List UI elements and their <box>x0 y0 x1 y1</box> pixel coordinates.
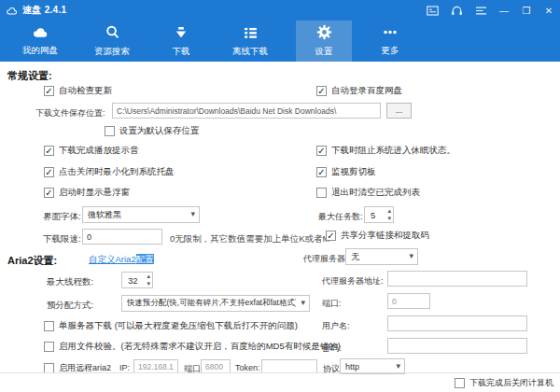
prealloc-label: 预分配方式: <box>47 300 93 312</box>
proxy-server-label: 代理服务器: <box>303 253 348 265</box>
checkbox-icon: ✓ <box>44 86 54 96</box>
auto-login-checkbox[interactable]: ✓ 自动登录百度网盘 <box>316 85 402 97</box>
tab-my-netdisk[interactable]: 我的网盘 <box>7 21 73 62</box>
tab-more[interactable]: 更多 <box>360 21 420 62</box>
max-tasks-spinner[interactable]: 5 ▴▾ <box>364 206 394 223</box>
minimize-button[interactable]: — <box>493 0 515 21</box>
remote-port-input[interactable] <box>201 359 231 373</box>
main-nav: 我的网盘 资源搜索 下载 离线下载 <box>0 21 560 62</box>
ui-font-select[interactable]: 微软雅黑 ▾ <box>82 206 200 223</box>
link-text: 自定义Aria2 <box>89 254 136 264</box>
checkbox-icon: ✓ <box>316 167 327 177</box>
ellipsis-icon <box>382 25 399 43</box>
remote-ip-label: IP: <box>119 363 130 372</box>
checkbox-label: 启用文件校验。(若无特殊需求不建议开启，百度给的MD5有时候是错的) <box>59 341 341 353</box>
speed-limit-label: 下载限速: <box>43 233 81 245</box>
proxy-port-label: 端口: <box>322 298 342 310</box>
app-logo-cloud-icon <box>6 6 18 16</box>
proxy-password-label: 密码: <box>322 343 342 355</box>
select-value: http <box>345 362 359 371</box>
select-value: 微软雅黑 <box>88 209 121 221</box>
cloud-icon <box>30 25 50 43</box>
checkbox-label: 自动检查更新 <box>59 85 112 97</box>
titlebar: 速盘 2.4.1 — ❐ ✕ <box>0 0 560 21</box>
remote-ip-input[interactable] <box>133 359 178 373</box>
browse-button[interactable]: ... <box>386 103 412 119</box>
checkbox-label: 下载时阻止系统进入休眠状态。 <box>331 145 455 157</box>
tab-label: 更多 <box>382 45 399 57</box>
checkbox-label: 退出时清空已完成列表 <box>331 187 420 199</box>
remote-token-input[interactable] <box>261 359 317 373</box>
speed-limit-input[interactable] <box>82 229 162 245</box>
proxy-username-input[interactable] <box>387 315 527 331</box>
shutdown-after-download-checkbox[interactable]: 下载完成后关闭计算机 <box>455 377 553 389</box>
customize-aria2-link[interactable]: 自定义Aria2配置 <box>89 254 154 266</box>
single-server-checkbox[interactable]: 单服务器下载 (可以最大程度避免压缩包下载后打不开的问题) <box>44 320 298 332</box>
max-threads-label: 最大线程数: <box>47 276 93 288</box>
checkbox-icon: ✓ <box>44 146 54 156</box>
general-settings-heading: 常规设置: <box>7 69 52 83</box>
play-sound-checkbox[interactable]: ✓ 下载完成播放提示音 <box>44 145 139 157</box>
checkbox-icon: ✓ <box>44 167 54 177</box>
proxy-server-select[interactable]: 无 ▾ <box>345 248 418 265</box>
app-window: 速盘 2.4.1 — ❐ ✕ <box>0 0 560 392</box>
checkbox-icon <box>105 126 115 136</box>
share-links-checkbox[interactable]: ✓ 共享分享链接和提取码 <box>326 230 429 242</box>
proxy-port-input[interactable] <box>387 293 430 309</box>
window-title: 速盘 2.4.1 <box>22 4 66 17</box>
checkbox-label: 点击关闭时最小化到系统托盘 <box>59 166 175 178</box>
close-button[interactable]: ✕ <box>538 0 560 21</box>
checkbox-icon <box>44 342 54 352</box>
chevron-down-icon: ▾ <box>301 298 305 307</box>
aria2-settings-heading: Aria2设置: <box>7 254 57 268</box>
link-text-highlight: 配置 <box>136 254 154 264</box>
ui-font-label: 界面字体: <box>43 211 81 223</box>
spinner-down-icon[interactable]: ▾ <box>147 280 150 287</box>
qr-code-icon[interactable] <box>420 0 444 21</box>
auto-update-checkbox[interactable]: ✓ 自动检查更新 <box>44 85 112 97</box>
checkbox-icon: ✓ <box>326 231 336 241</box>
save-path-input[interactable] <box>112 103 381 119</box>
default-location-checkbox[interactable]: 设置为默认保存位置 <box>105 125 200 137</box>
checkbox-icon: ✓ <box>316 86 327 96</box>
max-threads-spinner[interactable]: 32 ▴▾ <box>121 272 153 288</box>
list-icon <box>243 25 259 44</box>
tab-label: 下载 <box>173 46 190 58</box>
watch-clipboard-checkbox[interactable]: ✓ 监视剪切板 <box>316 166 376 178</box>
footer-divider <box>0 372 560 373</box>
proxy-password-input[interactable] <box>387 338 527 354</box>
clear-on-exit-checkbox[interactable]: 退出时清空已完成列表 <box>316 187 420 199</box>
tab-label: 设置 <box>315 46 333 58</box>
checkbox-label: 监视剪切板 <box>331 166 376 178</box>
chevron-down-icon: ▾ <box>409 251 413 260</box>
tab-resource-search[interactable]: 资源搜索 <box>79 21 145 62</box>
task-list-icon[interactable] <box>469 0 493 21</box>
show-float-checkbox[interactable]: ✓ 启动时显示悬浮窗 <box>44 187 130 199</box>
tab-label: 资源搜索 <box>94 46 130 58</box>
checkbox-icon: ✓ <box>44 188 54 198</box>
minimize-tray-checkbox[interactable]: ✓ 点击关闭时最小化到系统托盘 <box>44 166 175 178</box>
checkbox-label: 共享分享链接和提取码 <box>341 230 429 242</box>
max-tasks-label: 最大任务数: <box>318 211 363 223</box>
file-verify-checkbox[interactable]: 启用文件校验。(若无特殊需求不建议开启，百度给的MD5有时候是错的) <box>44 341 341 353</box>
spinner-down-icon[interactable]: ▾ <box>387 215 391 222</box>
gear-icon <box>316 24 332 44</box>
headset-icon[interactable] <box>444 0 469 21</box>
prevent-sleep-checkbox[interactable]: ✓ 下载时阻止系统进入休眠状态。 <box>316 145 455 157</box>
prealloc-select[interactable]: 快速预分配(快,可能有碎片,不支持exfat和fat格式) ▾ <box>121 295 310 312</box>
checkbox-icon <box>44 321 54 331</box>
tab-settings[interactable]: 设置 <box>296 21 352 62</box>
save-path-label: 下载文件保存位置: <box>35 107 105 119</box>
proxy-address-label: 代理服务器地址: <box>322 275 384 287</box>
chevron-down-icon: ▾ <box>190 209 195 218</box>
maximize-button[interactable]: ❐ <box>515 0 538 21</box>
spinner-up-icon[interactable]: ▴ <box>387 207 391 215</box>
checkbox-label: 下载完成播放提示音 <box>59 145 139 157</box>
tab-download[interactable]: 下载 <box>149 21 213 62</box>
chevron-down-icon: ▾ <box>396 361 400 371</box>
spinner-up-icon[interactable]: ▴ <box>147 273 150 280</box>
tab-offline-download[interactable]: 离线下载 <box>217 21 284 62</box>
checkbox-label: 自动登录百度网盘 <box>331 85 402 97</box>
proxy-address-input[interactable] <box>387 271 527 287</box>
download-icon <box>174 25 189 44</box>
